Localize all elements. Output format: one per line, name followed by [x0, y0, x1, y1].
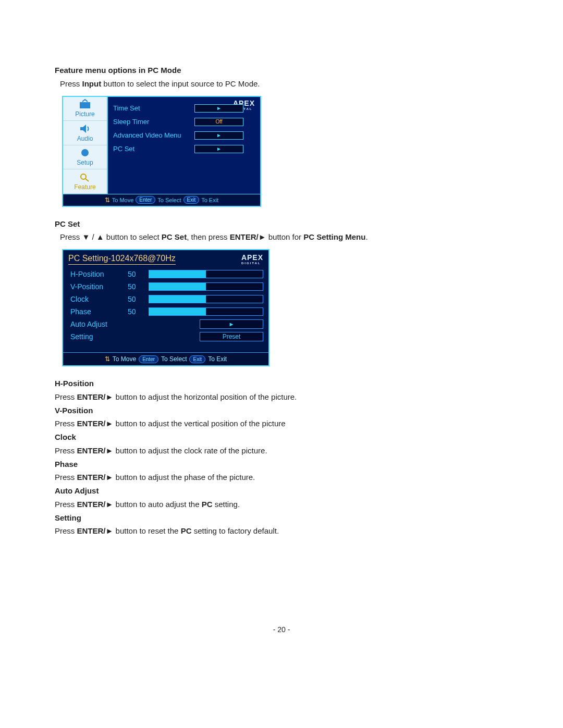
svg-point-0 — [81, 149, 89, 156]
row-phase[interactable]: Phase 50 — [70, 305, 263, 318]
value-arrow — [194, 145, 243, 153]
t: Press — [55, 419, 77, 428]
footer-move: To Move — [112, 197, 134, 203]
speaker-icon — [78, 124, 92, 134]
label: V-Position — [70, 282, 128, 291]
pcset-text: Press ▼ / ▲ button to select PC Set, the… — [60, 231, 508, 243]
sidebar-item-setup[interactable]: Setup — [63, 145, 107, 170]
def-hpos-t: Press ENTER/► button to adjust the horiz… — [55, 391, 508, 403]
value: 50 — [128, 270, 149, 278]
updown-icon: ⇅ — [105, 196, 110, 204]
t: Press — [55, 500, 77, 509]
label: Audio — [77, 135, 93, 142]
t: button to reset the — [113, 526, 180, 535]
osd-sidebar: Picture Audio Setup Feature — [63, 97, 108, 194]
def-vpos-h: V-Position — [55, 405, 508, 416]
def-clock-h: Clock — [55, 431, 508, 443]
sidebar-item-audio[interactable]: Audio — [63, 121, 107, 145]
t: ENTER/► — [77, 419, 114, 428]
t: PC Setting Menu — [303, 232, 365, 241]
label: Sleep Timer — [113, 118, 194, 126]
t: PC — [202, 500, 213, 509]
slider[interactable] — [149, 282, 263, 291]
def-set-h: Setting — [55, 512, 508, 524]
footer-select: To Select — [157, 197, 181, 203]
label: Auto Adjust — [70, 320, 128, 328]
value-arrow — [200, 319, 263, 329]
t: setting to factory default. — [191, 526, 279, 535]
exit-pill: Exit — [183, 196, 200, 204]
menu-row-sleep-timer[interactable]: Sleep Timer Off — [113, 117, 256, 127]
row-auto-adjust[interactable]: Auto Adjust — [70, 318, 263, 330]
brand: APEX — [241, 253, 263, 262]
value: 50 — [128, 295, 149, 303]
def-clock-t: Press ENTER/► button to adjust the clock… — [55, 445, 508, 456]
footer-move: To Move — [113, 355, 136, 363]
t: Press — [55, 526, 77, 535]
t: ENTER/► — [77, 526, 114, 535]
heading-feature-menu: Feature menu options in PC Mode — [55, 65, 508, 76]
row-v-position[interactable]: V-Position 50 — [70, 280, 263, 293]
value: Off — [194, 118, 243, 126]
t: Press — [55, 392, 77, 401]
t: button to adjust the horizontal position… — [113, 392, 297, 401]
t: Press ▼ / ▲ button to select — [60, 232, 162, 241]
label: H-Position — [70, 270, 128, 278]
osd-feature-menu: Picture Audio Setup Feature APEX — [62, 96, 261, 207]
tv-icon — [78, 99, 92, 109]
label: Advanced Video Menu — [113, 131, 194, 139]
osd-pc-setting: PC Setting-1024x768@70Hz APEX DIGITAL H-… — [62, 249, 270, 366]
osd2-title: PC Setting-1024x768@70Hz — [68, 254, 176, 265]
label: Phase — [70, 307, 128, 316]
slider[interactable] — [149, 270, 263, 278]
t: button to adjust the phase of the pictur… — [113, 473, 255, 482]
t: . — [365, 232, 368, 241]
svg-line-2 — [85, 179, 89, 181]
slider[interactable] — [149, 307, 263, 316]
magnifier-icon — [78, 172, 92, 182]
svg-point-1 — [81, 174, 86, 179]
t: Input — [82, 79, 102, 88]
def-vpos-t: Press ENTER/► button to adjust the verti… — [55, 418, 508, 429]
heading-pc-set: PC Set — [55, 218, 508, 230]
label: Picture — [75, 110, 94, 118]
row-h-position[interactable]: H-Position 50 — [70, 268, 263, 280]
t: setting. — [213, 500, 240, 509]
def-set-t: Press ENTER/► button to reset the PC set… — [55, 525, 508, 537]
row-setting[interactable]: Setting Preset — [70, 330, 263, 343]
enter-pill: Enter — [136, 196, 155, 204]
label: PC Set — [113, 145, 194, 153]
footer-toexit: To Exit — [201, 197, 218, 203]
def-auto-h: Auto Adjust — [55, 485, 508, 497]
label: Setup — [77, 159, 93, 166]
menu-row-pc-set[interactable]: PC Set — [113, 144, 256, 154]
value-arrow — [194, 131, 243, 140]
label: Feature — [74, 183, 95, 191]
t: button to adjust the clock rate of the p… — [113, 446, 267, 455]
t: ENTER/► — [77, 392, 114, 401]
sidebar-item-picture[interactable]: Picture — [63, 97, 107, 121]
menu-row-adv-video[interactable]: Advanced Video Menu — [113, 130, 256, 141]
osd-footer: ⇅ To Move Enter To Select Exit To Exit — [63, 194, 260, 206]
t: , then press — [187, 232, 230, 241]
osd-main-panel: APEX DIGITAL Time Set Sleep Timer Off Ad… — [108, 97, 260, 194]
def-auto-t: Press ENTER/► button to auto adjust the … — [55, 499, 508, 510]
intro-text: Press Input button to select the input s… — [60, 78, 508, 90]
def-phase-h: Phase — [55, 459, 508, 470]
brand-sub: DIGITAL — [241, 262, 263, 265]
t: button to select the input source to PC … — [101, 79, 260, 88]
brand-logo: APEX DIGITAL — [241, 253, 263, 265]
t: ENTER/► — [77, 446, 114, 455]
slider[interactable] — [149, 295, 263, 303]
t: Press — [60, 79, 82, 88]
sidebar-item-feature[interactable]: Feature — [63, 169, 107, 194]
footer-select: To Select — [161, 355, 187, 363]
t: ENTER/► — [77, 500, 114, 509]
t: Press — [55, 446, 77, 455]
menu-row-time-set[interactable]: Time Set — [113, 103, 256, 114]
updown-icon: ⇅ — [105, 355, 110, 363]
def-phase-t: Press ENTER/► button to adjust the phase… — [55, 472, 508, 483]
page-number: - 20 - — [55, 625, 508, 634]
t: button to adjust the vertical position o… — [113, 419, 285, 428]
row-clock[interactable]: Clock 50 — [70, 293, 263, 305]
